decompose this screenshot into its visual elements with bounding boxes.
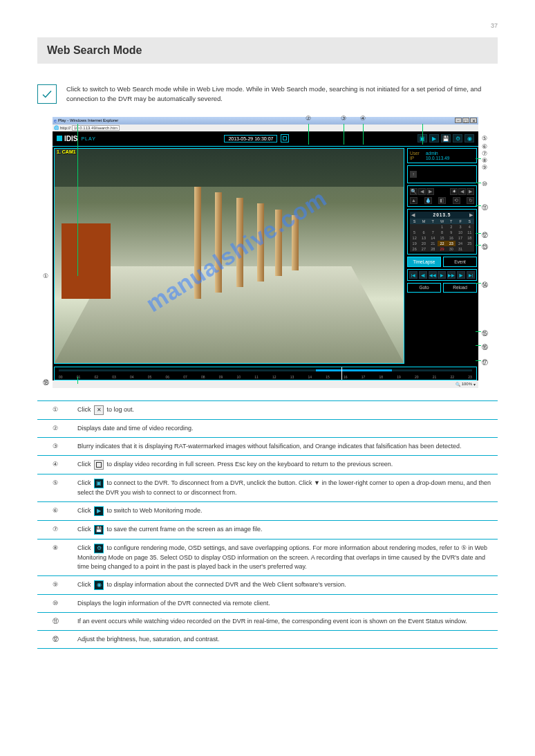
cal-day-cell[interactable]: 3 — [456, 224, 464, 230]
table-row: ⑥Click ▶ to switch to Web Monitoring mod… — [37, 501, 498, 520]
goto-first-button[interactable]: |◀ — [409, 271, 417, 279]
cal-day-cell[interactable]: 23 — [447, 241, 456, 246]
cal-day-cell[interactable]: 4 — [465, 224, 474, 230]
cal-day-cell[interactable]: 12 — [410, 235, 419, 241]
minimize-icon[interactable]: – — [455, 118, 462, 123]
row-description: Click ◉ to display information about the… — [73, 575, 498, 594]
rewind-button[interactable]: ◀◀ — [429, 271, 437, 279]
cal-day-cell[interactable]: 25 — [465, 241, 474, 246]
timelapse-tab[interactable]: TimeLapse — [407, 257, 441, 267]
app-screenshot: e Play - Windows Internet Explorer – ▢ ✕… — [53, 117, 478, 388]
timeline-tick: 10 — [237, 375, 241, 379]
table-row: ⑤Click ▣ to connect to the DVR. To disco… — [37, 474, 498, 501]
fastforward-button[interactable]: ▶▶ — [447, 271, 456, 279]
timeline[interactable]: 0001020304050607080910111213141516171819… — [54, 367, 477, 380]
cal-day-cell[interactable] — [419, 224, 428, 230]
callout-17: ⑰ — [482, 358, 488, 367]
row-description: Displays the login information of the DV… — [73, 594, 498, 612]
zoom-out-button[interactable]: ◀ — [418, 188, 426, 195]
cal-day-cell[interactable]: 15 — [438, 235, 447, 241]
close-icon[interactable]: ✕ — [470, 118, 477, 123]
cal-day-cell[interactable]: 9 — [447, 230, 456, 235]
cal-day-cell[interactable]: 17 — [456, 235, 464, 241]
reload-button[interactable]: Reload — [443, 283, 477, 293]
live-button[interactable]: ▶ — [429, 134, 439, 142]
save-icon: 💾 — [94, 525, 104, 535]
step-back-button[interactable]: ◀| — [419, 271, 427, 279]
cal-day-cell[interactable]: 5 — [410, 230, 419, 235]
cal-day-cell[interactable]: 16 — [447, 235, 456, 241]
zoom-icon[interactable]: 🔍 — [410, 188, 417, 195]
cal-day-cell[interactable]: 14 — [429, 235, 438, 241]
cal-day-cell[interactable]: 8 — [438, 230, 447, 235]
cal-day-cell[interactable]: 10 — [456, 230, 464, 235]
cal-day-cell[interactable]: 1 — [438, 224, 447, 230]
cal-day-cell[interactable]: 24 — [456, 241, 464, 246]
cal-next-button[interactable]: ▶ — [469, 212, 473, 218]
equalize-button[interactable]: ◧ — [438, 197, 446, 204]
fullscreen-button[interactable] — [281, 134, 289, 142]
cal-day-cell[interactable]: 2 — [447, 224, 456, 230]
goto-last-button[interactable]: ▶| — [467, 271, 475, 279]
interpolate-button[interactable]: ⟲ — [453, 197, 460, 204]
row-number: ⑩ — [37, 594, 73, 612]
calendar-grid[interactable]: SMTWTFS123456789101112131415161718192021… — [410, 219, 474, 252]
row-number: ⑧ — [37, 539, 73, 575]
table-row: ⑫Adjust the brightness, hue, saturation,… — [37, 630, 498, 648]
cal-day-header: T — [429, 219, 438, 224]
description-table: ①Click ✕ to log out.②Displays date and t… — [37, 400, 498, 649]
timeline-tick: 08 — [201, 375, 205, 379]
zoom-in-button[interactable]: ▶ — [426, 188, 434, 195]
row-description: Click 💾 to save the current frame on the… — [73, 520, 498, 539]
window-controls[interactable]: – ▢ ✕ — [455, 118, 477, 123]
cal-day-cell[interactable]: 6 — [419, 230, 428, 235]
cal-day-cell[interactable]: 7 — [429, 230, 438, 235]
url-field[interactable]: 10.0.113.49/search.htm — [72, 125, 120, 131]
cal-day-cell[interactable] — [429, 224, 438, 230]
timeline-tick: 17 — [362, 375, 366, 379]
maximize-icon[interactable]: ▢ — [462, 118, 469, 123]
row-description: Click ▶ to switch to Web Monitoring mode… — [73, 501, 498, 520]
cal-day-cell[interactable]: 19 — [410, 241, 419, 246]
row-description: If an event occurs while watching video … — [73, 612, 498, 630]
revert-button[interactable]: ↻ — [467, 197, 474, 204]
timeline-tick: 06 — [166, 375, 170, 379]
timeline-tick: 21 — [433, 375, 437, 379]
calendar-panel: ◀ 2013.5 ▶ SMTWTFS1234567891011121314151… — [407, 209, 477, 255]
callout-14: ⑭ — [482, 281, 488, 290]
brightness-down-button[interactable]: ◀ — [458, 188, 466, 195]
sharpen-button[interactable]: ▲ — [410, 197, 417, 204]
row-number: ⑦ — [37, 520, 73, 539]
settings-button[interactable]: ⚙ — [453, 134, 462, 142]
video-area[interactable]: 1. CAM1 manualshive.com — [54, 148, 404, 364]
save-image-button[interactable]: 💾 — [441, 134, 451, 142]
blur-button[interactable]: 💧 — [424, 197, 432, 204]
about-button[interactable]: ◉ — [464, 134, 474, 142]
cal-day-cell[interactable]: 11 — [465, 230, 474, 235]
cal-day-cell[interactable]: 28 — [429, 246, 438, 252]
step-forward-button[interactable]: |▶ — [457, 271, 465, 279]
cal-day-cell[interactable]: 18 — [465, 235, 474, 241]
cal-day-cell[interactable]: 20 — [419, 241, 428, 246]
play-button[interactable]: ▶ — [438, 271, 446, 279]
image-adjust-panel: 🔍 ◀ ▶ ☀ ◀ ▶ ▲ 💧 — [407, 185, 477, 207]
cal-day-cell[interactable]: 22 — [438, 241, 447, 246]
zoom-dropdown-icon[interactable]: ▾ — [473, 382, 476, 387]
cal-day-cell[interactable]: 30 — [447, 246, 456, 252]
callout-4: ④ — [360, 115, 366, 122]
cal-day-header: S — [465, 219, 474, 224]
event-tab[interactable]: Event — [443, 257, 477, 267]
cal-day-cell[interactable] — [410, 224, 419, 230]
cal-day-cell[interactable]: 26 — [410, 246, 419, 252]
brightness-up-button[interactable]: ▶ — [467, 188, 474, 195]
cal-day-cell[interactable]: 29 — [438, 246, 447, 252]
cal-prev-button[interactable]: ◀ — [411, 212, 415, 218]
cal-day-cell[interactable]: 27 — [419, 246, 428, 252]
cal-day-cell[interactable]: 13 — [419, 235, 428, 241]
window-title: Play - Windows Internet Explorer — [58, 118, 118, 122]
timeline-tick: 20 — [415, 375, 419, 379]
goto-button[interactable]: Goto — [407, 283, 441, 293]
cal-day-cell[interactable] — [465, 246, 474, 252]
cal-day-cell[interactable]: 31 — [456, 246, 464, 252]
cal-day-cell[interactable]: 21 — [429, 241, 438, 246]
